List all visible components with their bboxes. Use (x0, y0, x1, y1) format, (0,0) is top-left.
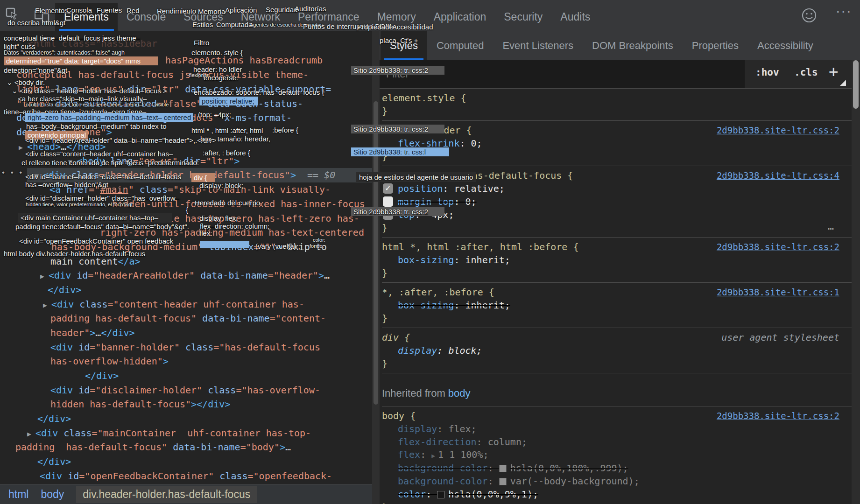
css-property-row[interactable]: background-color: var(--body-background)… (382, 475, 852, 488)
dom-tree-line[interactable]: hidden-until-focused is-fixed has-inner-… (112, 197, 365, 211)
property-name[interactable]: flex (398, 449, 420, 460)
property-value[interactable]: flex; (448, 423, 476, 434)
property-name[interactable]: margin-top (398, 196, 454, 207)
dom-tree-line[interactable]: </div> (37, 412, 71, 426)
rule-selector-row[interactable]: .header-holder.has-default-focus {2d9bb3… (382, 169, 852, 182)
tab-network[interactable]: Network (232, 3, 289, 31)
property-name[interactable]: flex-shrink (398, 138, 459, 149)
breadcrumb-item-div[interactable]: div.header-holder.has-default-focus (76, 486, 257, 503)
new-style-rule-button[interactable]: + (829, 62, 838, 81)
tab-memory[interactable]: Memory (368, 3, 425, 31)
dom-tree-line[interactable]: conceptual has-default-focus js-focus-vi… (16, 68, 309, 82)
right-scrollbar[interactable] (852, 60, 860, 504)
color-swatch[interactable] (437, 491, 444, 498)
property-value[interactable]: inherit; (465, 300, 510, 311)
tab-elements[interactable]: Elements (55, 3, 118, 31)
rule-selector[interactable]: .header-holder.has-default-focus { (382, 169, 573, 182)
dom-tree-line[interactable]: header">…</div> (50, 326, 135, 340)
rule-options-icon[interactable]: ⋯ (828, 223, 836, 234)
dom-tree-line[interactable]: ▶ <div class="content-header uhf-contain… (43, 297, 304, 312)
tab-event-listeners[interactable]: Event Listeners (493, 31, 583, 60)
dom-tree-line[interactable]: "true" data-authenticated="false" data-a… (16, 97, 303, 111)
css-property-row[interactable]: box-sizing: inherit; (382, 299, 852, 312)
tab-dom-breakpoints[interactable]: DOM Breakpoints (583, 31, 683, 60)
dom-tree-line[interactable]: light" lang="en-us" dir="ltr" data-css-v… (16, 82, 331, 97)
inherited-node-link[interactable]: body (448, 387, 471, 399)
rule-selector[interactable]: html *, html :after, html :before { (382, 240, 578, 253)
dom-tree-line[interactable]: <div id="banner-holder" class="has-defau… (50, 340, 320, 355)
tab-console[interactable]: Console (118, 3, 175, 31)
dom-tree-line[interactable]: hidden has-default-focus"></div> (50, 397, 230, 412)
breadcrumb-item-html[interactable]: html (8, 488, 28, 501)
rule-selector-row[interactable]: *, :after, :before {2d9bb338.site-ltr.cs… (382, 286, 852, 299)
dom-tree-line[interactable]: <div id="openFeedbackContainer" class="o… (40, 469, 332, 483)
property-name[interactable]: background-color (398, 476, 488, 487)
tab-security[interactable]: Security (495, 3, 551, 31)
dom-tree-line[interactable]: ▼ <body lang="en-us" dir="ltr"> (68, 154, 240, 168)
tab-styles[interactable]: Styles (381, 31, 427, 60)
right-scrollbar-thumb[interactable] (853, 60, 859, 109)
filter-input[interactable] (380, 60, 745, 88)
device-toolbar-icon[interactable] (35, 10, 49, 22)
panel-divider[interactable] (372, 31, 380, 504)
css-property-row[interactable]: display: block; (382, 344, 852, 357)
expand-value-icon[interactable]: ▶ (431, 452, 435, 459)
property-value[interactable]: relative; (454, 183, 504, 194)
dom-tree-line[interactable]: right-zero has-padding-medium has-text-c… (100, 225, 364, 240)
rule-selector[interactable]: div { (382, 331, 410, 344)
css-property-row[interactable]: box-sizing: inherit; (382, 253, 852, 266)
color-swatch[interactable] (499, 478, 507, 485)
rule-selector-row[interactable]: html *, html :after, html :before {2d9bb… (382, 240, 852, 253)
property-name[interactable]: flex-direction (398, 436, 477, 448)
property-value[interactable]: 1 1 100%; (438, 449, 488, 460)
tab-performance[interactable]: Performance (289, 3, 368, 31)
css-property-row[interactable]: flex: ▶1 1 100%; (382, 448, 852, 462)
dom-tree-line[interactable]: hasPageActions hasBreadcrumb (165, 53, 323, 68)
dom-tree-line[interactable]: detection="none"> (16, 125, 112, 140)
dom-tree-line[interactable]: has-overflow-hidden"> (50, 354, 169, 369)
property-name[interactable]: color (398, 489, 426, 500)
dom-tree-line[interactable]: focus-visible has-top-zero has-left-zero… (106, 211, 360, 226)
property-name[interactable]: background-color (398, 462, 488, 474)
dom-tree-line[interactable]: ▶ <div class="mainContainer uhf-containe… (27, 426, 311, 441)
tab-sources[interactable]: Sources (175, 3, 232, 31)
property-value[interactable]: inherit; (465, 254, 510, 266)
property-name[interactable]: display (398, 423, 437, 434)
tab-computed[interactable]: Computed (427, 31, 493, 60)
left-scrollbar-thumb[interactable] (374, 101, 378, 405)
property-value[interactable]: hsla(0,0%,9%,1); (448, 489, 538, 500)
stylesheet-link[interactable]: 2d9bb338.site-ltr.css:2 (717, 124, 839, 137)
tab-application[interactable]: Application (425, 3, 495, 31)
rule-selector[interactable]: *, :after, :before { (382, 286, 494, 299)
property-value[interactable]: -4px; (426, 209, 454, 220)
dom-tree-line[interactable]: padding has-default-focus" data-bi-name=… (50, 311, 326, 326)
inspect-element-icon[interactable] (6, 7, 19, 21)
property-checkbox[interactable]: ✓ (383, 210, 393, 220)
rule-selector-row[interactable]: div {user agent stylesheet (382, 331, 852, 344)
css-property-row[interactable]: color: hsla(0,0%,9%,1); (382, 488, 852, 501)
dom-tree-line[interactable]: </div> (85, 369, 119, 383)
rule-selector-row[interactable]: body {2d9bb338.site-ltr.css:2 (382, 409, 852, 422)
feedback-smiley-icon[interactable] (801, 7, 817, 23)
dom-tree-line[interactable]: ▶ <div id="headerAreaHolder" data-bi-nam… (40, 268, 330, 283)
more-options-icon[interactable]: ··· (836, 4, 852, 20)
property-name[interactable]: display (398, 345, 437, 356)
property-name[interactable]: box-sizing (398, 300, 454, 311)
css-property-row[interactable]: ✓top: -4px; (382, 208, 852, 221)
property-value[interactable]: 0; (471, 138, 482, 149)
css-property-row[interactable]: display: flex; (382, 422, 852, 435)
property-checkbox[interactable]: ✓ (383, 183, 393, 194)
dom-tree-line[interactable]: ▼ <div class="header-holder has-default-… (35, 168, 335, 182)
property-name[interactable]: position (398, 183, 443, 194)
css-property-row[interactable]: background-color: hsla(0,0%,100%,.999); (382, 462, 852, 475)
css-property-row[interactable]: margin-top: 0; (382, 195, 852, 208)
property-value[interactable]: block; (448, 345, 482, 356)
property-value[interactable]: hsla(0,0%,100%,.999); (510, 462, 628, 474)
property-name[interactable]: box-sizing (398, 254, 454, 266)
property-name[interactable]: top (398, 209, 415, 220)
tab-audits[interactable]: Audits (551, 3, 599, 31)
dom-tree-line[interactable]: ▶ <head>…</head> (19, 140, 106, 154)
tab-properties[interactable]: Properties (683, 31, 748, 60)
pseudo-class-button[interactable]: :hov (755, 67, 779, 78)
class-toggle-button[interactable]: .cls (794, 67, 818, 78)
